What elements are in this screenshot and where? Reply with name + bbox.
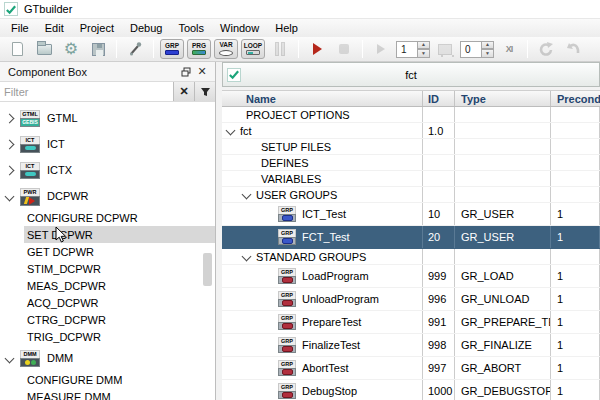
open-button[interactable] [32,38,56,60]
table-row-variables[interactable]: VARIABLES [222,171,600,187]
float-panel-button[interactable] [178,64,194,80]
iterations-spinbox[interactable]: 1 ▲▼ [396,41,430,58]
probe-tool-button[interactable] [123,38,147,60]
chevron-down-icon[interactable] [226,126,236,136]
undo-button[interactable] [561,38,585,60]
grp-std-icon: GRP [278,314,296,330]
table-row-project-options[interactable]: PROJECT OPTIONS [222,107,600,123]
settings-button[interactable]: ⚙ [59,38,83,60]
scrollbar-thumb[interactable] [203,253,212,286]
chevron-down-icon[interactable] [5,353,15,363]
menu-item-project[interactable]: Project [72,20,122,36]
tree-item-trig-dcpwr[interactable]: TRIG_DCPWR [0,328,215,345]
columns-button[interactable] [268,38,292,60]
tree-item-configure-dcpwr[interactable]: CONFIGURE DCPWR [0,209,215,226]
refresh-button[interactable] [534,38,558,60]
save-button[interactable] [86,38,110,60]
new-file-button[interactable] [5,38,29,60]
iterations-spin-buttons[interactable]: ▲▼ [418,41,430,58]
var-tool-button[interactable]: VAR [214,39,238,59]
table-row-preparetest[interactable]: GRPPrepareTest991GR_PREPARE_TEST1 [222,311,600,334]
spin-down-icon[interactable]: ▼ [418,49,430,58]
tree-item-ctrg-dcpwr[interactable]: CTRG_DCPWR [0,311,215,328]
sidebar-scrollbar[interactable] [201,103,214,400]
cell-name: GRPDebugStop [222,380,423,400]
table-row-user-groups[interactable]: USER GROUPS [222,187,600,203]
tree-item-label: TRIG_DCPWR [27,331,101,343]
tree-item-configure-dmm[interactable]: CONFIGURE DMM [0,371,215,388]
table-row-fct[interactable]: fct1.0 [222,123,600,139]
tree-item-measure-dmm[interactable]: MEASURE DMM [0,388,215,400]
table-row-fct-test[interactable]: GRPFCT_Test20GR_USER1 [222,226,600,249]
table-row-setup-files[interactable]: SETUP FILES [222,139,600,155]
table-row-defines[interactable]: DEFINES [222,155,600,171]
chevron-down-icon[interactable] [242,252,252,262]
loop-tool-button[interactable]: LOOP [241,39,265,59]
step-button[interactable] [369,38,393,60]
row-name-label: LoadProgram [302,270,369,282]
table-row-finalizetest[interactable]: GRPFinalizeTest998GR_FINALIZE1 [222,334,600,357]
spin-up-icon[interactable]: ▲ [482,41,494,50]
menu-item-file[interactable]: File [3,20,37,36]
header-type[interactable]: Type [455,91,551,106]
tree-item-stim-dcpwr[interactable]: STIM_DCPWR [0,260,215,277]
table-row-standard-groups[interactable]: STANDARD GROUPS [222,249,600,265]
header-precondition[interactable]: Precondition [551,91,600,106]
cell-precondition [551,155,600,170]
debug-lamp-button[interactable] [433,38,457,60]
clear-filter-button[interactable]: ✕ [173,82,194,101]
cell-type [455,155,551,170]
table-row-ict-test[interactable]: GRPICT_Test10GR_USER1 [222,203,600,226]
cell-type: GR_DEBUGSTOP [455,380,551,400]
tree-item-set-dcpwr[interactable]: SET DCPWR [0,226,215,243]
tree-group-dcpwr[interactable]: PWRDCPWR [0,183,215,209]
cell-id: 1.0 [423,123,455,138]
table-row-aborttest[interactable]: GRPAbortTest997GR_ABORT1 [222,357,600,380]
table-row-unloadprogram[interactable]: GRPUnloadProgram996GR_UNLOAD1 [222,288,600,311]
delay-spinbox[interactable]: 0 ▲▼ [460,41,494,58]
close-panel-button[interactable]: ✕ [194,64,210,80]
grp-tool-button[interactable]: GRP [160,39,184,59]
menu-item-debug[interactable]: Debug [122,20,170,36]
menu-item-tools[interactable]: Tools [170,20,212,36]
filter-input[interactable] [0,82,173,101]
tree-item-get-dcpwr[interactable]: GET DCPWR [0,243,215,260]
header-name[interactable]: Name [222,91,423,106]
tree-item-label: MEAS_DCPWR [27,280,106,292]
chevron-right-icon[interactable] [5,139,15,149]
iterations-value[interactable]: 1 [396,41,418,58]
table-row-debugstop[interactable]: GRPDebugStop1000GR_DEBUGSTOP1 [222,380,600,400]
filter-menu-button[interactable] [194,82,215,101]
tree-group-ict[interactable]: ICTICT [0,131,215,157]
chevron-right-icon[interactable] [5,165,15,175]
menu-item-edit[interactable]: Edit [37,20,72,36]
menu-item-window[interactable]: Window [212,20,267,36]
tree-group-dmm[interactable]: DMMDMM [0,345,215,371]
stop-button[interactable] [332,38,356,60]
chevron-down-icon[interactable] [5,191,15,201]
table-row-loadprogram[interactable]: GRPLoadProgram999GR_LOAD1 [222,265,600,288]
group-bar-icon [282,238,293,244]
delay-value[interactable]: 0 [460,41,482,58]
spin-up-icon[interactable]: ▲ [418,41,430,50]
fct-tab-bar[interactable]: fct [222,62,600,87]
prg-tool-button[interactable]: PRG [187,39,211,59]
header-id[interactable]: ID [423,91,455,106]
spin-down-icon[interactable]: ▼ [482,49,494,58]
row-name-label: ICT_Test [302,208,346,220]
run-to-cursor-icon: XI [506,44,513,54]
mouse-cursor [55,226,67,244]
delay-spin-buttons[interactable]: ▲▼ [482,41,494,58]
tree-item-meas-dcpwr[interactable]: MEAS_DCPWR [0,277,215,294]
tree-group-gtml[interactable]: GTMLGEBISGTML [0,105,215,131]
tree-group-ictx[interactable]: ICTICTX [0,157,215,183]
cell-id: 998 [423,334,455,356]
cell-type [455,123,551,138]
chevron-right-icon[interactable] [5,113,15,123]
cell-id: 991 [423,311,455,333]
run-to-cursor-button[interactable]: XI [497,38,521,60]
chevron-down-icon[interactable] [242,190,252,200]
menu-item-help[interactable]: Help [267,20,306,36]
run-button[interactable] [305,38,329,60]
tree-item-acq-dcpwr[interactable]: ACQ_DCPWR [0,294,215,311]
